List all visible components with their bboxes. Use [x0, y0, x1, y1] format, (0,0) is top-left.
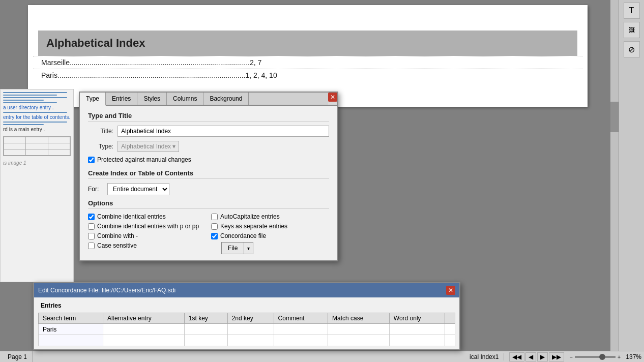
- zoom-slider[interactable]: [575, 356, 616, 358]
- concordance-close-btn[interactable]: ✕: [446, 286, 455, 295]
- file-button[interactable]: File: [222, 243, 244, 254]
- nav-prev[interactable]: ◀: [525, 352, 536, 361]
- scrollbar-area[interactable]: [610, 0, 619, 362]
- type-dropdown: Alphabetical Index ▾: [118, 141, 179, 152]
- sidebar-icon-circle[interactable]: ⊘: [624, 41, 640, 57]
- help-line-5: [3, 102, 57, 103]
- cell-empty-8: [445, 335, 455, 346]
- index-name: ical Index1: [470, 353, 504, 360]
- combine-identical-checkbox[interactable]: [88, 214, 95, 220]
- tab-styles[interactable]: Styles: [137, 93, 167, 105]
- create-section: Create Index or Table of Contents: [88, 169, 329, 179]
- cell-search-term[interactable]: Paris: [39, 324, 103, 335]
- zoom-minus[interactable]: −: [569, 354, 572, 360]
- cell-empty-4[interactable]: [227, 335, 274, 346]
- cell-extra: [445, 324, 455, 335]
- nav-next[interactable]: ▶: [537, 352, 548, 361]
- combine-with-label: Combine with -: [97, 232, 138, 239]
- cell-comment[interactable]: [274, 324, 328, 335]
- combine-identical-ppp-row: Combine identical entries with p or pp: [88, 223, 206, 230]
- protected-label: Protected against manual changes: [97, 156, 191, 163]
- col-comment: Comment: [274, 313, 328, 324]
- help-text-3: rd is a main entry .: [3, 127, 71, 132]
- help-line-7: [3, 122, 67, 123]
- cell-empty-7[interactable]: [389, 335, 445, 346]
- type-and-title-section: Type and Title: [88, 112, 329, 122]
- autocapitalize-checkbox[interactable]: [211, 214, 218, 220]
- concordance-title: Edit Concordance File: file:///C:/Users/…: [38, 287, 175, 294]
- cell-empty-3[interactable]: [184, 335, 227, 346]
- tab-background[interactable]: Background: [203, 93, 249, 105]
- sidebar-icon-T[interactable]: T: [624, 3, 640, 19]
- dialog-content: Type and Title Title: Type: Alphabetical…: [80, 106, 337, 260]
- right-sidebar: T 🖼 ⊘: [619, 0, 644, 362]
- protected-row: Protected against manual changes: [88, 156, 329, 163]
- keys-separate-label: Keys as separate entries: [220, 223, 287, 230]
- col-match-case: Match case: [328, 313, 389, 324]
- type-row: Type: Alphabetical Index ▾: [88, 141, 329, 152]
- sidebar-icon-image[interactable]: 🖼: [624, 22, 640, 38]
- case-sensitive-label: Case sensitive: [97, 242, 137, 249]
- for-row: For: Entire document: [88, 183, 329, 195]
- tab-columns[interactable]: Columns: [167, 93, 203, 105]
- cell-2nd-key[interactable]: [227, 324, 274, 335]
- cell-word-only[interactable]: [389, 324, 445, 335]
- help-image-label: is image 1: [3, 160, 71, 166]
- table-row: Paris: [39, 324, 455, 335]
- options-col2: AutoCapitalize entries Keys as separate …: [211, 213, 329, 254]
- combine-with-checkbox[interactable]: [88, 233, 95, 239]
- options-section: Options: [88, 199, 329, 209]
- cell-empty-6[interactable]: [328, 335, 389, 346]
- help-line-3: [3, 97, 67, 98]
- col-extra: [445, 313, 455, 324]
- cell-empty-1[interactable]: [39, 335, 103, 346]
- nav-first[interactable]: ◀◀: [509, 352, 524, 361]
- case-sensitive-checkbox[interactable]: [88, 243, 95, 249]
- combine-with-row: Combine with -: [88, 232, 206, 239]
- scrollbar-thumb[interactable]: [610, 102, 619, 132]
- tab-entries[interactable]: Entries: [106, 93, 137, 105]
- cell-alternative[interactable]: [103, 324, 184, 335]
- help-line-1: [3, 92, 67, 93]
- cell-1st-key[interactable]: [184, 324, 227, 335]
- keys-separate-checkbox[interactable]: [211, 223, 218, 230]
- tab-type[interactable]: Type: [80, 93, 106, 106]
- combine-identical-pp-checkbox[interactable]: [88, 223, 95, 230]
- concordance-row: Concordance file: [211, 232, 329, 239]
- cell-empty-2[interactable]: [103, 335, 184, 346]
- title-input[interactable]: [118, 126, 329, 137]
- page-indicator: Page 1: [3, 351, 33, 362]
- concordance-label: Concordance file: [220, 232, 266, 239]
- nav-buttons: ◀◀ ◀ ▶ ▶▶: [509, 352, 564, 361]
- concordance-dialog: Edit Concordance File: file:///C:/Users/…: [33, 282, 460, 350]
- col-alternative: Alternative entry: [103, 313, 184, 324]
- file-button-arrow[interactable]: ▾: [244, 244, 253, 253]
- help-line-6: [3, 112, 67, 113]
- index-dialog: Type Entries Styles Columns Background ✕…: [79, 92, 338, 261]
- help-line-4: [3, 100, 44, 101]
- file-btn-area: File ▾: [221, 242, 329, 254]
- options-grid: Combine identical entries Combine identi…: [88, 213, 329, 254]
- index-page-header: Alphabetical Index: [38, 31, 577, 56]
- nav-last[interactable]: ▶▶: [549, 352, 564, 361]
- help-text-2: entry for the table of contents.: [3, 114, 71, 120]
- col-1st-key: 1st key: [184, 313, 227, 324]
- cell-match-case[interactable]: [328, 324, 389, 335]
- index-dialog-close-btn[interactable]: ✕: [328, 93, 337, 102]
- for-dropdown[interactable]: Entire document: [107, 183, 169, 195]
- concordance-titlebar: Edit Concordance File: file:///C:/Users/…: [34, 283, 459, 297]
- dialog-tabs: Type Entries Styles Columns Background ✕: [80, 93, 337, 106]
- concordance-checkbox[interactable]: [211, 233, 218, 239]
- zoom-plus[interactable]: +: [618, 354, 621, 360]
- autocapitalize-row: AutoCapitalize entries: [211, 213, 329, 220]
- table-row-empty: [39, 335, 455, 346]
- entries-header: Entries: [38, 300, 455, 311]
- cell-empty-5[interactable]: [274, 335, 328, 346]
- title-label: Title:: [88, 128, 113, 135]
- help-text-1: a user directory entry .: [3, 105, 71, 110]
- options-col1: Combine identical entries Combine identi…: [88, 213, 206, 254]
- combine-identical-pp-label: Combine identical entries with p or pp: [97, 223, 199, 230]
- zoom-slider-thumb: [599, 354, 605, 360]
- protected-checkbox[interactable]: [88, 157, 95, 163]
- keys-separate-row: Keys as separate entries: [211, 223, 329, 230]
